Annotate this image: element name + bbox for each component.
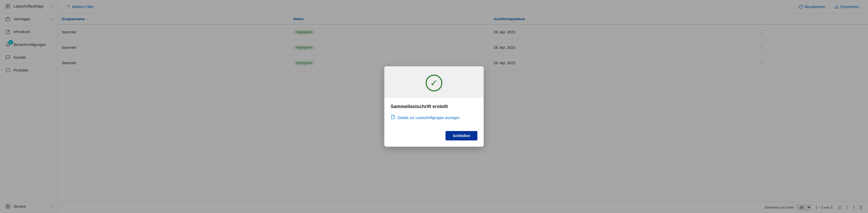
- modal-details-link[interactable]: Details zur Lastschriftgruppe anzeigen: [391, 115, 477, 120]
- close-button[interactable]: Schließen: [445, 131, 477, 140]
- document-icon: [391, 115, 395, 120]
- modal-body: Sammellastschrift erstellt Details zur L…: [384, 98, 484, 131]
- modal-header: ✓: [384, 66, 484, 98]
- modal-dialog: ✓ Sammellastschrift erstellt Details zur…: [384, 66, 484, 147]
- modal-footer: Schließen: [384, 131, 484, 147]
- modal-overlay: ✓ Sammellastschrift erstellt Details zur…: [0, 0, 868, 213]
- success-icon: ✓: [426, 75, 442, 92]
- modal-title: Sammellastschrift erstellt: [391, 104, 477, 109]
